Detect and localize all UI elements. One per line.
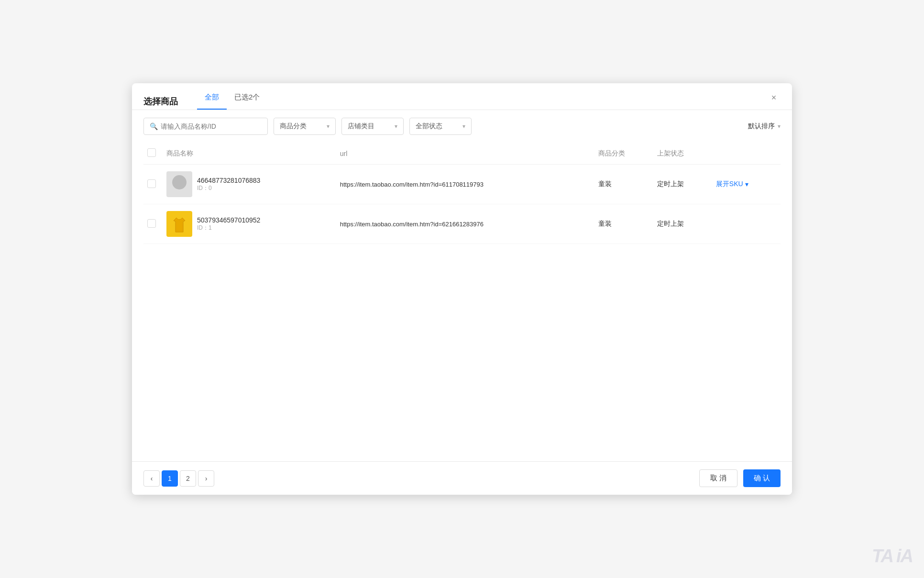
- footer-actions: 取 消 确 认: [699, 469, 781, 487]
- row-checkbox-cell[interactable]: [143, 204, 163, 244]
- page-button-1[interactable]: 1: [162, 470, 178, 487]
- product-image-2: [166, 211, 192, 237]
- product-category-cell-1: 童装: [594, 165, 653, 204]
- search-input[interactable]: [161, 122, 262, 130]
- product-status-cell-1: 定时上架: [653, 165, 712, 204]
- modal-title: 选择商品: [143, 96, 178, 107]
- category-select[interactable]: 商品分类 ▾: [274, 118, 336, 135]
- sort-select[interactable]: 默认排序 ▾: [748, 122, 781, 131]
- expand-sku-label-1: 展开SKU: [716, 180, 743, 189]
- row-checkbox-2[interactable]: [147, 219, 156, 228]
- table-body: 46648773281076883 ID：0 https://item.taob…: [143, 165, 781, 244]
- product-info-1: 46648773281076883 ID：0: [197, 177, 260, 192]
- product-status-1: 定时上架: [657, 180, 684, 188]
- table-row: 46648773281076883 ID：0 https://item.taob…: [143, 165, 781, 204]
- pagination: ‹ 1 2 ›: [143, 470, 214, 487]
- store-category-select[interactable]: 店铺类目 ▾: [341, 118, 404, 135]
- select-all-checkbox[interactable]: [147, 148, 156, 157]
- confirm-button[interactable]: 确 认: [743, 469, 781, 487]
- product-category-2: 童装: [598, 220, 612, 227]
- product-status-2: 定时上架: [657, 220, 684, 227]
- modal-header: 选择商品 全部 已选2个 ×: [132, 83, 792, 110]
- store-category-label: 店铺类目: [348, 122, 374, 131]
- tab-selected[interactable]: 已选2个: [227, 93, 267, 110]
- table-header: 商品名称 url 商品分类 上架状态: [143, 143, 781, 165]
- product-action-cell-1: 展开SKU ▾: [712, 165, 781, 204]
- col-action: [712, 143, 781, 165]
- product-category-cell-2: 童装: [594, 204, 653, 244]
- product-url-1: https://item.taobao.com/item.htm?id=6117…: [340, 181, 484, 188]
- product-url-2: https://item.taobao.com/item.htm?id=6216…: [340, 221, 484, 228]
- product-url-cell-1: https://item.taobao.com/item.htm?id=6117…: [336, 165, 594, 204]
- close-button[interactable]: ×: [767, 91, 781, 104]
- row-checkbox-1[interactable]: [147, 179, 156, 188]
- product-info-2: 50379346597010952 ID：1: [197, 216, 260, 232]
- prev-page-button[interactable]: ‹: [143, 470, 160, 487]
- product-url-cell-2: https://item.taobao.com/item.htm?id=6216…: [336, 204, 594, 244]
- product-id-2: ID：1: [197, 224, 260, 232]
- product-category-1: 童装: [598, 180, 612, 188]
- product-status-cell-2: 定时上架: [653, 204, 712, 244]
- row-checkbox-cell[interactable]: [143, 165, 163, 204]
- watermark: TA iA: [872, 546, 913, 567]
- next-page-button[interactable]: ›: [198, 470, 214, 487]
- filter-bar: 🔍 商品分类 ▾ 店铺类目 ▾ 全部状态 ▾ 默认排序 ▾: [132, 110, 792, 143]
- chevron-down-icon: ▾: [462, 123, 465, 130]
- table-row: 50379346597010952 ID：1 https://item.taob…: [143, 204, 781, 244]
- search-icon: 🔍: [150, 122, 158, 130]
- product-action-cell-2: [712, 204, 781, 244]
- product-image-1: [166, 171, 192, 197]
- chevron-down-icon: ▾: [745, 180, 748, 188]
- status-select-label: 全部状态: [416, 122, 442, 131]
- expand-sku-button-1[interactable]: 展开SKU ▾: [716, 180, 777, 189]
- product-name-cell-2: 50379346597010952 ID：1: [163, 204, 336, 244]
- table-area: 商品名称 url 商品分类 上架状态: [132, 143, 792, 461]
- col-status: 上架状态: [653, 143, 712, 165]
- col-url: url: [336, 143, 594, 165]
- chevron-down-icon: ▾: [327, 123, 330, 130]
- product-name-cell: 46648773281076883 ID：0: [163, 165, 336, 204]
- modal-footer: ‹ 1 2 › 取 消 确 认: [132, 461, 792, 495]
- product-name-2: 50379346597010952: [197, 216, 260, 224]
- chevron-down-icon: ▾: [778, 123, 781, 130]
- page-button-2[interactable]: 2: [180, 470, 196, 487]
- search-input-wrap: 🔍: [143, 118, 268, 135]
- tabs: 全部 已选2个: [197, 93, 267, 110]
- sort-label: 默认排序: [748, 122, 775, 131]
- chevron-down-icon: ▾: [395, 123, 397, 130]
- col-name: 商品名称: [163, 143, 336, 165]
- product-name-1: 46648773281076883: [197, 177, 260, 184]
- products-table: 商品名称 url 商品分类 上架状态: [143, 143, 781, 244]
- tab-all[interactable]: 全部: [197, 93, 227, 110]
- col-category: 商品分类: [594, 143, 653, 165]
- cancel-button[interactable]: 取 消: [699, 469, 737, 487]
- select-product-modal: 选择商品 全部 已选2个 × 🔍 商品分类 ▾ 店铺类目 ▾ 全部状态 ▾ 默认…: [132, 83, 792, 495]
- status-select[interactable]: 全部状态 ▾: [409, 118, 472, 135]
- select-all-header[interactable]: [143, 143, 163, 165]
- category-select-label: 商品分类: [280, 122, 307, 131]
- product-id-1: ID：0: [197, 184, 260, 192]
